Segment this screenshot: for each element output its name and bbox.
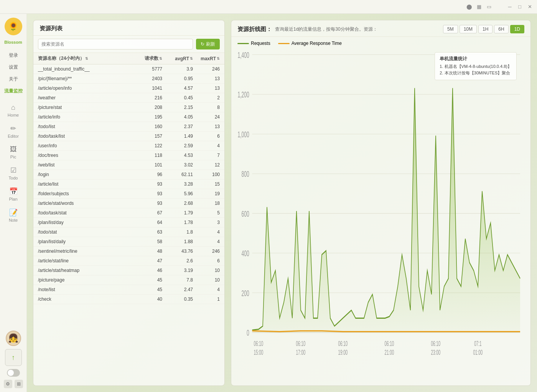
table-row[interactable]: /plan/list/day 64 1.78 3 <box>33 218 224 227</box>
refresh-button[interactable]: ↻ 刷新 <box>196 39 220 49</box>
nav-item-plan[interactable]: 📅 Plan <box>0 184 26 204</box>
table-row[interactable]: /user/info 122 2.59 4 <box>33 141 224 151</box>
chart-panel: 资源折线图： 查询最近1d的流量信息，按每30分钟聚合。资源： 5M 10M 1… <box>231 20 531 386</box>
cell-maxrt: 18 <box>193 201 220 206</box>
nav-item-note[interactable]: 📝 Note <box>0 205 26 226</box>
chart-svg: 1,400 1,200 1,000 800 600 400 200 0 <box>237 48 524 382</box>
time-btn-1h[interactable]: 1H <box>478 25 493 33</box>
svg-text:06:10: 06:10 <box>385 340 394 348</box>
time-btn-6h[interactable]: 6H <box>494 25 508 33</box>
table-row[interactable]: /todo/task/list 157 1.49 6 <box>33 132 224 141</box>
cell-avgrt: 2.68 <box>162 201 193 206</box>
restore-button[interactable]: □ <box>516 3 523 10</box>
cell-avgrt: 43.76 <box>162 249 193 254</box>
time-btn-10m[interactable]: 10M <box>460 25 477 33</box>
cell-requests: 157 <box>132 133 162 139</box>
table-row[interactable]: /weather 216 0.45 2 <box>33 93 224 103</box>
svg-text:01:00: 01:00 <box>473 348 483 356</box>
layout-small-icon[interactable]: ⊞ <box>15 380 23 388</box>
table-row[interactable]: /login 96 62.11 100 <box>33 170 224 180</box>
sidebar-item-about[interactable]: 关于 <box>0 74 26 85</box>
refresh-icon: ↻ <box>201 41 204 47</box>
table-row[interactable]: /article/open/info 1041 4.57 13 <box>33 84 224 93</box>
time-btn-1d[interactable]: 1D <box>510 25 524 33</box>
close-button[interactable]: ✕ <box>526 3 533 10</box>
cell-maxrt: 19 <box>193 191 220 196</box>
table-row[interactable]: /article/list 93 3.28 15 <box>33 180 224 189</box>
table-row[interactable]: /todo/list 160 2.37 13 <box>33 122 224 132</box>
cell-name: /picture/stat <box>38 105 132 110</box>
nav-item-pic[interactable]: 🖼 Pic <box>0 142 26 162</box>
cell-maxrt: 246 <box>193 249 220 254</box>
table-row[interactable]: /check 40 0.35 1 <box>33 295 224 304</box>
cell-name: /check <box>38 296 132 302</box>
nav-item-todo[interactable]: ☑ Todo <box>0 163 26 183</box>
table-row[interactable]: /folder/subjects 93 5.96 19 <box>33 189 224 199</box>
upload-button[interactable]: ↑ <box>5 349 22 366</box>
toggle-switch[interactable] <box>7 369 20 377</box>
cell-maxrt: 6 <box>193 133 220 139</box>
sidebar-item-login[interactable]: 登录 <box>0 50 26 61</box>
sort-icon-avgrt: ⇅ <box>190 57 193 61</box>
svg-text:1,000: 1,000 <box>238 130 249 139</box>
table-row[interactable]: /pic/{filename}/** 2403 0.95 13 <box>33 74 224 84</box>
cell-name: /todo/task/list <box>38 133 132 139</box>
layout-icon[interactable]: ▦ <box>476 3 483 10</box>
cell-avgrt: 2.37 <box>162 124 193 129</box>
cell-maxrt: 13 <box>193 76 220 81</box>
table-row[interactable]: /article/info 195 4.05 24 <box>33 112 224 122</box>
svg-text:0: 0 <box>247 328 249 338</box>
table-row[interactable]: /picture/page 45 7.8 10 <box>33 275 224 285</box>
table-row[interactable]: /plan/list/daily 58 1.88 4 <box>33 237 224 247</box>
monitor-icon[interactable]: ▭ <box>486 3 493 10</box>
cell-maxrt: 1 <box>193 296 220 302</box>
table-row[interactable]: /picture/stat 208 2.15 8 <box>33 103 224 112</box>
cell-avgrt: 3.9 <box>162 66 193 72</box>
nav-item-editor[interactable]: ✏ Editor <box>0 121 26 142</box>
svg-text:06:10: 06:10 <box>338 340 348 348</box>
table-row[interactable]: /note/list 45 2.47 4 <box>33 285 224 295</box>
cell-avgrt: 0.95 <box>162 76 193 81</box>
table-row[interactable]: /todo/task/stat 67 1.79 5 <box>33 208 224 218</box>
cell-avgrt: 1.78 <box>162 220 193 225</box>
sidebar-menu: 登录 设置 关于 流量监控 <box>0 50 26 97</box>
svg-text:21:00: 21:00 <box>385 348 394 356</box>
nav-label-todo: Todo <box>9 176 18 180</box>
plan-icon: 📅 <box>9 187 18 196</box>
table-row[interactable]: /todo/stat 63 1.8 4 <box>33 227 224 237</box>
legend-dot-requests <box>237 43 249 44</box>
chart-title: 资源折线图： <box>237 26 272 33</box>
cell-name: /article/open/info <box>38 86 132 91</box>
table-row[interactable]: /article/stat/heatmap 46 3.19 10 <box>33 266 224 275</box>
cell-name: /folder/subjects <box>38 191 132 196</box>
cell-name: /pic/{filename}/** <box>38 76 132 81</box>
cell-requests: 160 <box>132 124 162 129</box>
time-btn-5m[interactable]: 5M <box>443 25 458 33</box>
svg-text:06:10: 06:10 <box>296 340 306 348</box>
cell-name: /user/info <box>38 143 132 148</box>
chart-header: 资源折线图： 查询最近1d的流量信息，按每30分钟聚合。资源： 5M 10M 1… <box>231 20 530 37</box>
cell-avgrt: 4.05 <box>162 114 193 120</box>
chart-description: 查询最近1d的流量信息，按每30分钟聚合。资源： <box>275 26 377 33</box>
avatar[interactable]: 👧 <box>6 331 21 346</box>
search-input[interactable] <box>38 39 193 49</box>
svg-text:200: 200 <box>242 288 249 298</box>
table-row[interactable]: /article/stat/words 93 2.68 18 <box>33 199 224 208</box>
table-row[interactable]: __total_inbound_traffic__ 5777 3.9 246 <box>33 64 224 74</box>
cell-avgrt: 0.35 <box>162 296 193 302</box>
record-icon[interactable]: ⬤ <box>466 3 473 10</box>
nav-item-home[interactable]: ⌂ Home <box>0 100 26 120</box>
cell-avgrt: 4.53 <box>162 153 193 158</box>
sidebar-item-settings[interactable]: 设置 <box>0 62 26 73</box>
cell-requests: 195 <box>132 114 162 120</box>
search-bar: ↻ 刷新 <box>33 36 224 53</box>
app-logo: 🌻 <box>5 18 22 35</box>
settings-small-icon[interactable]: ⚙ <box>4 380 12 388</box>
table-row[interactable]: /sentinel/metric/line 48 43.76 246 <box>33 247 224 256</box>
sidebar-item-traffic[interactable]: 流量监控 <box>0 86 26 97</box>
minimize-button[interactable]: ─ <box>506 3 513 10</box>
table-row[interactable]: /article/stat/line 47 2.6 6 <box>33 256 224 266</box>
table-row[interactable]: /doc/trees 118 4.53 7 <box>33 151 224 160</box>
content-area: 资源列表 ↻ 刷新 资源名称（24小时内）⇅ 请求数⇅ avgRT⇅ maxRT… <box>27 14 537 392</box>
table-row[interactable]: /web/list 101 3.02 12 <box>33 160 224 170</box>
